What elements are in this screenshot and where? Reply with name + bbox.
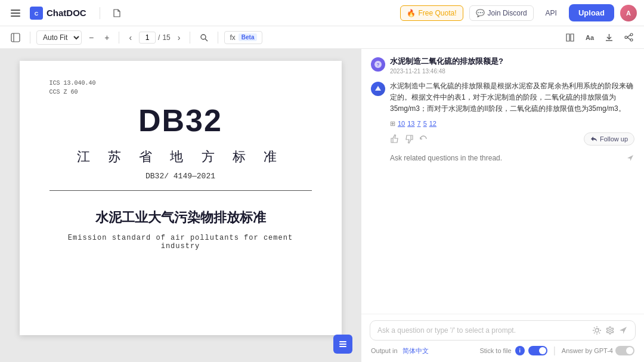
chat-actions: Follow up bbox=[390, 132, 634, 146]
nav-divider bbox=[100, 7, 100, 19]
svg-point-20 bbox=[609, 329, 611, 332]
thread-input[interactable] bbox=[390, 154, 621, 162]
answer-content: 水泥制造中二氧化硫的排放限额是根据水泥窑及窑尾余热利用系统的阶段来确定的。根据文… bbox=[390, 81, 634, 146]
stick-to-file-toggle-track[interactable] bbox=[528, 346, 547, 355]
thumbs-up-button[interactable] bbox=[390, 134, 400, 144]
page-next-button[interactable]: › bbox=[174, 30, 184, 45]
chat-input[interactable] bbox=[377, 326, 587, 335]
refs-icon: ⊞ bbox=[390, 120, 395, 128]
refresh-button[interactable] bbox=[419, 134, 428, 144]
toolbar-divider-1 bbox=[30, 32, 30, 44]
chat-messages: ? 水泥制造二氧化硫的排放限额是? 2023-11-21 13:46:48 水泥… bbox=[361, 49, 644, 314]
question-time: 2023-11-21 13:46:48 bbox=[390, 68, 634, 75]
ref-13[interactable]: 13 bbox=[407, 120, 414, 127]
toolbar-divider-2 bbox=[119, 32, 119, 44]
scroll-to-bottom-button[interactable] bbox=[333, 335, 352, 354]
beta-badge: Beta bbox=[239, 33, 258, 41]
avatar[interactable]: A bbox=[620, 5, 637, 21]
svg-point-11 bbox=[630, 39, 633, 41]
stick-to-file-label: Stick to file bbox=[479, 347, 511, 354]
footer-separator: | bbox=[553, 345, 556, 356]
thread-send-button[interactable] bbox=[626, 154, 634, 162]
upload-button[interactable]: Upload bbox=[569, 4, 614, 21]
zoom-minus-button[interactable]: − bbox=[85, 30, 97, 45]
topnav: C ChatDOC 🔥 Free Quota! 💬 Join Discord A… bbox=[0, 0, 644, 26]
page-indicator: / 15 bbox=[139, 32, 171, 44]
send-button[interactable] bbox=[618, 326, 628, 335]
output-lang[interactable]: 简体中文 bbox=[402, 346, 429, 355]
svg-rect-1 bbox=[11, 13, 20, 14]
logo-icon: C bbox=[30, 7, 43, 20]
pdf-ics: ICS 13.040.40 bbox=[49, 80, 96, 86]
svg-point-12 bbox=[625, 36, 627, 39]
svg-line-14 bbox=[627, 38, 630, 40]
download-button[interactable] bbox=[601, 30, 617, 44]
answer-by-gpt4-toggle-track[interactable] bbox=[615, 346, 634, 355]
chat-answer: 水泥制造中二氧化硫的排放限额是根据水泥窑及窑尾余热利用系统的阶段来确定的。根据文… bbox=[371, 81, 634, 146]
chat-input-area: Output in 简体中文 Stick to file i | Answer … bbox=[361, 314, 644, 362]
ref-10[interactable]: 10 bbox=[398, 120, 405, 127]
page-total: 15 bbox=[162, 33, 170, 42]
fx-label: fx bbox=[230, 33, 235, 42]
book-view-button[interactable] bbox=[562, 30, 578, 45]
svg-text:C: C bbox=[35, 10, 39, 16]
page-separator: / bbox=[158, 33, 160, 42]
svg-text:?: ? bbox=[377, 62, 380, 67]
question-text: 水泥制造二氧化硫的排放限额是? bbox=[390, 56, 634, 67]
toolbar: Auto Fit 50% 75% 100% 125% 150% − + ‹ / … bbox=[0, 26, 644, 49]
pdf-ccs: CCS Z 60 bbox=[49, 89, 78, 95]
main-layout: ICS 13.040.40 CCS Z 60 DB32 江 苏 省 地 方 标 … bbox=[0, 49, 644, 362]
svg-point-10 bbox=[630, 33, 633, 36]
page-prev-button[interactable]: ‹ bbox=[125, 30, 135, 45]
toolbar-divider-3 bbox=[190, 32, 190, 44]
answer-by-gpt4-label: Answer by GPT-4 bbox=[562, 347, 613, 354]
svg-point-19 bbox=[595, 329, 599, 332]
pdf-panel: ICS 13.040.40 CCS Z 60 DB32 江 苏 省 地 方 标 … bbox=[0, 49, 361, 362]
ref-12[interactable]: 12 bbox=[429, 120, 436, 127]
svg-rect-0 bbox=[11, 10, 20, 11]
zoom-select[interactable]: Auto Fit 50% 75% 100% 125% 150% bbox=[36, 30, 82, 45]
share-button[interactable] bbox=[621, 30, 637, 44]
pdf-page: ICS 13.040.40 CCS Z 60 DB32 江 苏 省 地 方 标 … bbox=[20, 61, 342, 335]
chat-settings-button[interactable] bbox=[605, 326, 615, 335]
toolbar-divider-4 bbox=[218, 32, 218, 44]
svg-rect-5 bbox=[11, 33, 20, 42]
svg-rect-15 bbox=[339, 341, 346, 342]
app-name: ChatDOC bbox=[47, 8, 86, 18]
pdf-number: DB32/ 4149—2021 bbox=[49, 172, 312, 181]
chat-input-box bbox=[370, 320, 636, 341]
chat-question: ? 水泥制造二氧化硫的排放限额是? 2023-11-21 13:46:48 bbox=[371, 56, 634, 75]
chat-panel: ? 水泥制造二氧化硫的排放限额是? 2023-11-21 13:46:48 水泥… bbox=[361, 49, 644, 362]
sidebar-toggle-button[interactable] bbox=[7, 6, 24, 20]
page-input[interactable] bbox=[139, 32, 156, 44]
chat-refs: ⊞ 10 13 7 5 12 bbox=[390, 120, 634, 128]
zoom-plus-button[interactable]: + bbox=[101, 30, 113, 45]
question-content: 水泥制造二氧化硫的排放限额是? 2023-11-21 13:46:48 bbox=[390, 56, 634, 75]
prompt-settings-button[interactable] bbox=[592, 326, 602, 335]
ref-5[interactable]: 5 bbox=[423, 120, 427, 127]
api-button[interactable]: API bbox=[540, 6, 563, 20]
discord-button[interactable]: 💬 Join Discord bbox=[469, 5, 534, 21]
free-quota-button[interactable]: 🔥 Free Quota! bbox=[400, 5, 463, 21]
stick-to-file-toggle-thumb bbox=[539, 347, 546, 354]
stick-to-file-info: i bbox=[515, 346, 525, 355]
svg-rect-16 bbox=[339, 344, 346, 345]
follow-up-label: Follow up bbox=[600, 135, 628, 143]
file-icon bbox=[109, 6, 125, 20]
follow-up-button[interactable]: Follow up bbox=[584, 132, 634, 146]
chat-footer: Output in 简体中文 Stick to file i | Answer … bbox=[370, 345, 636, 356]
free-quota-label: Free Quota! bbox=[419, 9, 457, 17]
free-quota-icon: 🔥 bbox=[407, 9, 416, 17]
svg-line-13 bbox=[627, 35, 630, 38]
search-button[interactable] bbox=[196, 31, 212, 44]
fx-button[interactable]: fx Beta bbox=[224, 31, 262, 44]
sidebar-panel-button[interactable] bbox=[7, 30, 24, 45]
pdf-big-title: DB32 bbox=[49, 103, 312, 138]
answer-text: 水泥制造中二氧化硫的排放限额是根据水泥窑及窑尾余热利用系统的阶段来确定的。根据文… bbox=[390, 81, 634, 115]
font-button[interactable]: Aa bbox=[582, 32, 597, 44]
ref-7[interactable]: 7 bbox=[417, 120, 421, 127]
app-logo[interactable]: C ChatDOC bbox=[30, 7, 86, 20]
thumbs-down-button[interactable] bbox=[404, 134, 414, 144]
discord-label: Join Discord bbox=[488, 9, 527, 17]
question-icon: ? bbox=[371, 57, 385, 72]
